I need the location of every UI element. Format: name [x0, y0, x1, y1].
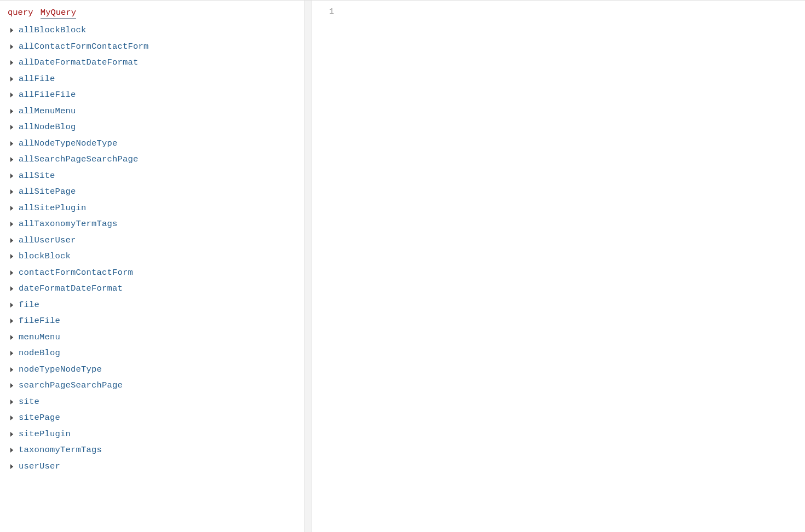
- field-name[interactable]: allDateFormatDateFormat: [19, 55, 139, 71]
- field-name[interactable]: fileFile: [19, 313, 60, 329]
- chevron-right-icon[interactable]: [8, 447, 15, 454]
- chevron-right-icon[interactable]: [8, 382, 15, 390]
- field-name[interactable]: nodeBlog: [19, 345, 60, 362]
- chevron-right-icon[interactable]: [8, 91, 15, 99]
- field-name[interactable]: allSitePage: [19, 184, 76, 200]
- field-name[interactable]: searchPageSearchPage: [19, 378, 123, 394]
- tree-item[interactable]: allSitePage: [8, 184, 296, 200]
- chevron-right-icon[interactable]: [8, 430, 15, 438]
- tree-item[interactable]: searchPageSearchPage: [8, 378, 296, 394]
- chevron-right-icon[interactable]: [8, 350, 15, 357]
- tree-item[interactable]: dateFormatDateFormat: [8, 281, 296, 297]
- tree-item[interactable]: allBlockBlock: [8, 22, 296, 39]
- tree-item[interactable]: allFileFile: [8, 87, 296, 103]
- tree-item[interactable]: taxonomyTermTags: [8, 442, 296, 459]
- tree-item[interactable]: allUserUser: [8, 233, 296, 249]
- field-name[interactable]: allBlockBlock: [19, 22, 87, 39]
- query-header: query MyQuery: [8, 6, 296, 19]
- tree-item[interactable]: allSearchPageSearchPage: [8, 152, 296, 168]
- field-name[interactable]: contactFormContactForm: [19, 265, 133, 281]
- query-keyword: query: [8, 8, 33, 18]
- pane-separator[interactable]: [304, 1, 312, 532]
- field-name[interactable]: userUser: [19, 459, 60, 475]
- chevron-right-icon[interactable]: [8, 333, 15, 341]
- field-name[interactable]: sitePage: [19, 410, 60, 426]
- field-name[interactable]: menuMenu: [19, 329, 60, 346]
- chevron-right-icon[interactable]: [8, 43, 15, 50]
- chevron-right-icon[interactable]: [8, 27, 15, 34]
- tree-item[interactable]: menuMenu: [8, 329, 296, 346]
- tree-item[interactable]: sitePlugin: [8, 426, 296, 443]
- tree-item[interactable]: nodeBlog: [8, 345, 296, 362]
- field-name[interactable]: file: [19, 297, 39, 314]
- chevron-right-icon[interactable]: [8, 172, 15, 180]
- tree-item[interactable]: sitePage: [8, 410, 296, 426]
- tree-item[interactable]: site: [8, 394, 296, 410]
- chevron-right-icon[interactable]: [8, 414, 15, 422]
- tree-item[interactable]: contactFormContactForm: [8, 265, 296, 281]
- query-name[interactable]: MyQuery: [41, 8, 76, 19]
- chevron-right-icon[interactable]: [8, 253, 15, 261]
- chevron-right-icon[interactable]: [8, 269, 15, 276]
- chevron-right-icon[interactable]: [8, 124, 15, 131]
- editor-pane: 1: [312, 1, 805, 532]
- chevron-right-icon[interactable]: [8, 140, 15, 147]
- chevron-right-icon[interactable]: [8, 317, 15, 325]
- field-name[interactable]: blockBlock: [19, 248, 71, 265]
- chevron-right-icon[interactable]: [8, 59, 15, 67]
- field-tree: allBlockBlockallContactFormContactFormal…: [8, 22, 296, 475]
- field-name[interactable]: allNodeBlog: [19, 119, 76, 136]
- field-name[interactable]: allContactFormContactForm: [19, 39, 149, 55]
- field-name[interactable]: taxonomyTermTags: [19, 442, 102, 459]
- tree-item[interactable]: allDateFormatDateFormat: [8, 55, 296, 71]
- explorer-pane: query MyQuery allBlockBlockallContactFor…: [0, 1, 304, 532]
- chevron-right-icon[interactable]: [8, 221, 15, 228]
- chevron-right-icon[interactable]: [8, 204, 15, 212]
- tree-item[interactable]: userUser: [8, 459, 296, 475]
- chevron-right-icon[interactable]: [8, 285, 15, 293]
- chevron-right-icon[interactable]: [8, 462, 15, 470]
- field-name[interactable]: site: [19, 394, 39, 410]
- field-name[interactable]: allNodeTypeNodeType: [19, 136, 118, 152]
- tree-item[interactable]: allNodeBlog: [8, 119, 296, 136]
- tree-item[interactable]: nodeTypeNodeType: [8, 362, 296, 378]
- tree-item[interactable]: allSitePlugin: [8, 200, 296, 217]
- line-gutter: 1: [312, 1, 340, 532]
- field-name[interactable]: sitePlugin: [19, 426, 71, 443]
- tree-item[interactable]: allSite: [8, 168, 296, 184]
- field-name[interactable]: allMenuMenu: [19, 103, 76, 120]
- chevron-right-icon[interactable]: [8, 301, 15, 309]
- code-area[interactable]: [340, 1, 805, 532]
- field-name[interactable]: dateFormatDateFormat: [19, 281, 123, 297]
- field-name[interactable]: nodeTypeNodeType: [19, 362, 102, 378]
- field-name[interactable]: allFileFile: [19, 87, 76, 103]
- field-name[interactable]: allSitePlugin: [19, 200, 87, 217]
- field-name[interactable]: allUserUser: [19, 233, 76, 249]
- tree-item[interactable]: file: [8, 297, 296, 314]
- field-name[interactable]: allTaxonomyTermTags: [19, 216, 118, 233]
- tree-item[interactable]: allNodeTypeNodeType: [8, 136, 296, 152]
- chevron-right-icon[interactable]: [8, 398, 15, 406]
- chevron-right-icon[interactable]: [8, 75, 15, 83]
- field-name[interactable]: allSite: [19, 168, 55, 184]
- chevron-right-icon[interactable]: [8, 188, 15, 196]
- field-name[interactable]: allFile: [19, 71, 55, 88]
- tree-item[interactable]: allMenuMenu: [8, 103, 296, 120]
- tree-item[interactable]: allContactFormContactForm: [8, 39, 296, 55]
- app-container: query MyQuery allBlockBlockallContactFor…: [0, 0, 805, 532]
- field-name[interactable]: allSearchPageSearchPage: [19, 152, 139, 168]
- chevron-right-icon[interactable]: [8, 366, 15, 373]
- chevron-right-icon[interactable]: [8, 107, 15, 115]
- tree-item[interactable]: allFile: [8, 71, 296, 88]
- chevron-right-icon[interactable]: [8, 236, 15, 244]
- tree-item[interactable]: blockBlock: [8, 248, 296, 265]
- chevron-right-icon[interactable]: [8, 156, 15, 164]
- tree-item[interactable]: allTaxonomyTermTags: [8, 216, 296, 233]
- tree-item[interactable]: fileFile: [8, 313, 296, 329]
- line-number: 1: [312, 5, 334, 19]
